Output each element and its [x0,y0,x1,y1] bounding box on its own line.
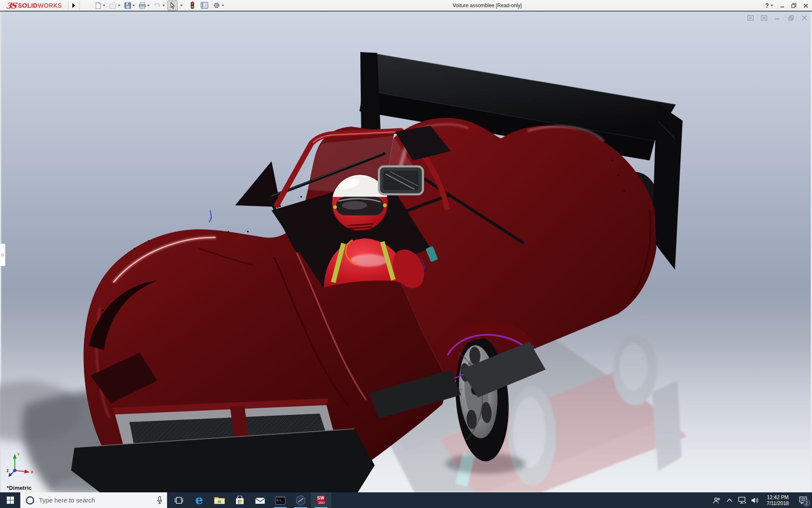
sw-label: SW [317,496,324,500]
screen: ЗS SOLID WORKS [0,0,812,508]
dropdown-caret[interactable] [117,0,121,11]
open-folder-icon [109,2,117,9]
doc-restore-button[interactable] [787,15,794,21]
doc-close-icon [802,15,807,20]
hexagon-app-icon [296,495,306,506]
menu-flyout-arrow[interactable] [70,1,78,10]
help-label: ? [765,2,769,9]
solidworks-2017-icon: SW 2017 [315,494,326,506]
dropdown-caret[interactable] [179,0,184,11]
microphone-icon[interactable] [156,496,163,505]
logo-text-solid: SOLID [18,2,38,9]
hidden-icons-chevron[interactable] [723,492,736,508]
save-icon [124,2,132,9]
stoplight-icon [189,1,195,9]
sw-year: 2017 [318,501,325,504]
taskbar-app-icons: e [169,492,331,508]
close-icon [804,3,808,8]
standard-toolbar [93,0,226,11]
taskbar-mail-button[interactable] [250,492,270,508]
dropdown-caret[interactable] [162,0,166,11]
microsoft-store-icon [235,496,244,505]
network-icon[interactable] [736,492,749,508]
triad-x-arrow [24,469,30,473]
undo-button[interactable] [152,0,167,11]
document-title: Voiture assomblee [Read-only] [453,0,521,11]
mail-icon [255,497,265,504]
gear-icon [213,1,221,9]
rebuild-button[interactable] [189,0,196,11]
start-button[interactable] [0,492,20,508]
taskbar-store-button[interactable] [230,492,250,508]
taskbar-search[interactable]: Type here to search [20,492,167,508]
people-icon[interactable] [710,492,723,508]
3d-model-scene[interactable] [0,11,812,492]
cortana-circle-icon [25,496,35,505]
flyout-arrow-icon [72,3,76,8]
restore-button[interactable] [791,3,797,8]
window-controls: ? [765,0,809,11]
notification-badge: 2 [803,500,810,506]
dropdown-caret[interactable] [771,5,773,6]
clock-time: 12:42 PM [761,494,794,500]
dropdown-caret[interactable] [132,0,136,11]
print-button[interactable] [137,0,151,11]
restore-icon [791,3,796,8]
task-view-button[interactable] [169,492,189,508]
select-tool-button[interactable] [167,0,178,11]
solidworks-logo: ЗS SOLID WORKS [0,0,66,11]
cmd-prompt-text: C:\_ [277,499,283,502]
volume-icon[interactable] [749,492,761,508]
rear-view-mirror [379,166,423,194]
taskbar-solidworks-button[interactable]: SW 2017 [311,492,331,508]
triad-x-label: X [31,470,33,474]
triad-y-arrow [13,454,16,458]
system-tray: 12:42 PM 7/11/2018 2 [710,492,812,508]
solidworks-logo-mark: ЗS [5,1,16,10]
windows-logo-icon [7,497,14,504]
display-pane-icon [200,2,208,9]
left-mirror-winglet [235,161,281,207]
taskbar-clock[interactable]: 12:42 PM 7/11/2018 [761,494,794,506]
taskbar-command-prompt-button[interactable]: C:\_ [270,492,291,508]
taskbar-file-explorer-button[interactable] [209,492,230,508]
taskbar-edge-button[interactable]: e [189,492,209,508]
close-button[interactable] [803,3,809,8]
task-view-icon [175,497,183,504]
options-button[interactable] [212,0,226,11]
open-button[interactable] [108,0,122,11]
dropdown-caret[interactable] [102,0,106,11]
triad-y-label: Y [17,452,20,456]
minimize-button[interactable] [779,3,785,8]
triad-z-label: Z [6,469,8,473]
logo-text-works: WORKS [38,2,62,9]
action-center-button[interactable]: 2 [794,492,812,508]
save-button[interactable] [123,0,137,11]
command-prompt-icon: C:\_ [275,496,285,505]
doc-close-button[interactable] [801,15,808,21]
graphics-viewport[interactable]: Y X Z *Dimetric [0,11,812,492]
display-pane-button[interactable] [200,0,209,11]
separator [68,1,69,10]
separator [80,1,80,10]
select-tool-caret[interactable] [178,0,184,11]
doc-minimize-button[interactable] [774,15,781,21]
doc-restore-icon [788,15,794,21]
reference-triad: Y X Z [6,450,36,481]
feature-manager-collapsed-tab[interactable] [0,243,5,266]
dropdown-caret[interactable] [146,0,151,11]
panel-previous-button[interactable] [747,15,754,21]
file-explorer-icon [214,496,225,505]
taskbar-hexagon-app-button[interactable] [291,492,311,508]
document-window-controls [747,15,808,21]
help-button[interactable]: ? [765,2,773,9]
edge-icon: e [195,494,203,506]
undo-icon [153,2,162,9]
minimize-icon [780,3,785,8]
clock-date: 7/11/2018 [761,500,794,506]
new-document-button[interactable] [93,0,107,11]
panel-next-button[interactable] [760,15,767,21]
dropdown-caret[interactable] [221,0,225,11]
print-icon [138,2,146,9]
titlebar: ЗS SOLID WORKS [0,0,812,11]
